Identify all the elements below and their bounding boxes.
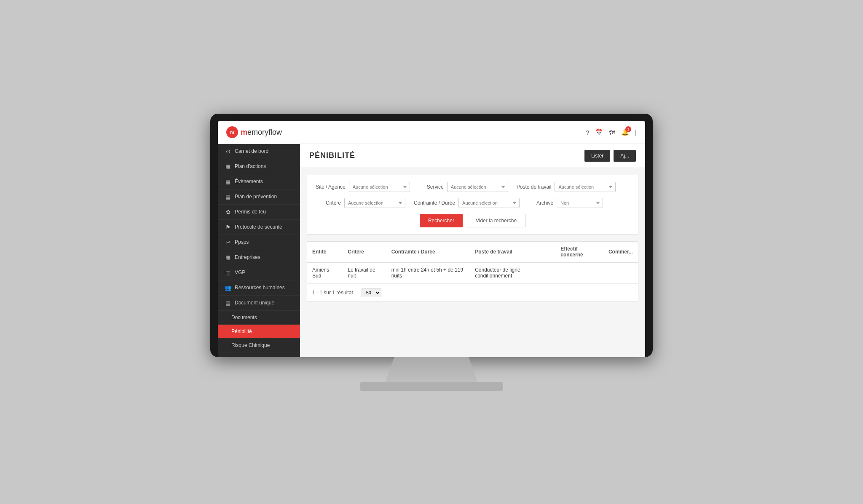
sidebar-item-vgp[interactable]: ◫ VGP <box>218 265 300 280</box>
cell-poste-travail: Conducteur de ligne conditionnement <box>470 262 555 283</box>
monitor-stand <box>385 357 478 382</box>
service-select[interactable]: Aucune sélection <box>447 182 508 192</box>
permis-feu-icon: ✿ <box>225 209 231 215</box>
notification-icon[interactable]: 🔔 1 <box>621 128 629 136</box>
sidebar-sub-item-documents[interactable]: Documents <box>218 311 300 325</box>
ajouter-button[interactable]: Aj... <box>614 150 636 162</box>
cell-critere: Le travail de nuit <box>343 262 386 283</box>
rh-icon: 👥 <box>225 285 231 291</box>
col-critere: Critère <box>343 242 386 262</box>
cell-contrainte-duree: min 1h entre 24h et 5h + de 119 nuits <box>386 262 470 283</box>
result-summary: 1 - 1 sur 1 résultat <box>312 290 353 296</box>
ppsps-icon: ✂ <box>225 239 231 245</box>
map-icon[interactable]: 🗺 <box>609 129 615 136</box>
logo-area: m memoryflow <box>226 126 282 138</box>
contrainte-duree-label: Contrainte / Durée <box>414 200 455 206</box>
sidebar-item-permis-feu[interactable]: ✿ Permis de feu <box>218 205 300 220</box>
filter-section: Site / Agence Aucune sélection Service A… <box>307 175 638 235</box>
critere-select[interactable]: Aucune sélection <box>344 198 405 208</box>
filter-actions: Rechercher Vider la recherche <box>316 214 630 227</box>
cell-entite: Amiens Sud <box>307 262 343 283</box>
page-header: PÉNIBILITÉ Lister Aj... <box>300 144 645 168</box>
main-content: PÉNIBILITÉ Lister Aj... Site / Agence <box>300 144 645 357</box>
service-label: Service <box>418 184 444 190</box>
notif-badge: 1 <box>625 126 631 132</box>
table-header-row: Entité Critère Contrainte / Durée Poste … <box>307 242 638 262</box>
lister-button[interactable]: Lister <box>584 150 610 162</box>
table-row[interactable]: Amiens Sud Le travail de nuit min 1h ent… <box>307 262 638 283</box>
sidebar-item-ressources-humaines[interactable]: 👥 Ressources humaines <box>218 280 300 296</box>
poste-travail-label: Poste de travail <box>517 184 552 190</box>
calendar-icon[interactable]: 📅 <box>595 128 603 136</box>
logo-icon: m <box>226 126 238 138</box>
sidebar-item-ged[interactable]: ▤ GED <box>218 352 300 357</box>
archive-select[interactable]: Non Oui Tous <box>557 198 603 208</box>
page-actions: Lister Aj... <box>584 150 636 162</box>
plan-prevention-icon: ▤ <box>225 194 231 200</box>
separator: | <box>635 129 637 136</box>
filter-group-site: Site / Agence Aucune sélection <box>316 182 410 192</box>
col-contrainte-duree: Contrainte / Durée <box>386 242 470 262</box>
entreprises-icon: ▦ <box>225 254 231 261</box>
sidebar-item-plan-actions[interactable]: ▦ Plan d'actions <box>218 159 300 174</box>
sidebar-item-carnet-de-bord[interactable]: ⊙ Carnet de bord <box>218 144 300 159</box>
rechercher-button[interactable]: Rechercher <box>420 214 463 227</box>
filter-row-2: Critère Aucune sélection Contrainte / Du… <box>316 198 630 208</box>
protocole-icon: ⚑ <box>225 224 231 230</box>
col-entite: Entité <box>307 242 343 262</box>
cell-commentaire <box>603 262 638 283</box>
site-agence-label: Site / Agence <box>316 184 346 190</box>
critere-label: Critère <box>316 200 341 206</box>
app-body: ⊙ Carnet de bord ▦ Plan d'actions ▤ Évèn… <box>218 144 645 357</box>
header-icons: ? 📅 🗺 🔔 1 | <box>586 128 637 136</box>
table-section: Entité Critère Contrainte / Durée Poste … <box>307 241 638 302</box>
col-commentaire: Commer... <box>603 242 638 262</box>
sidebar-item-document-unique[interactable]: ▤ Document unique <box>218 296 300 311</box>
sidebar-item-protocole[interactable]: ⚑ Protocole de sécurité <box>218 220 300 235</box>
ged-icon: ▤ <box>225 357 231 357</box>
filter-group-contrainte: Contrainte / Durée Aucune sélection <box>414 198 520 208</box>
sidebar-item-evenements[interactable]: ▤ Évènements <box>218 174 300 189</box>
sidebar-item-plan-prevention[interactable]: ▤ Plan de prévention <box>218 189 300 205</box>
per-page-select[interactable]: 50 <box>362 288 381 297</box>
archive-label: Archivé <box>528 200 553 206</box>
sidebar-item-ppsps[interactable]: ✂ Ppsps <box>218 235 300 250</box>
evenements-icon: ▤ <box>225 179 231 185</box>
table-footer: 1 - 1 sur 1 résultat 50 <box>307 283 638 301</box>
doc-unique-icon: ▤ <box>225 300 231 306</box>
data-table: Entité Critère Contrainte / Durée Poste … <box>307 242 638 283</box>
cell-effectif <box>555 262 603 283</box>
vgp-icon: ◫ <box>225 269 231 276</box>
contrainte-duree-select[interactable]: Aucune sélection <box>458 198 520 208</box>
filter-row-1: Site / Agence Aucune sélection Service A… <box>316 182 630 192</box>
site-agence-select[interactable]: Aucune sélection <box>349 182 410 192</box>
plan-actions-icon: ▦ <box>225 163 231 170</box>
carnet-icon: ⊙ <box>225 148 231 155</box>
filter-group-poste: Poste de travail Aucune sélection <box>517 182 616 192</box>
sidebar-sub-item-penibilite[interactable]: Pénibilité <box>218 325 300 339</box>
page-title: PÉNIBILITÉ <box>309 151 355 160</box>
sidebar-item-entreprises[interactable]: ▦ Entreprises <box>218 250 300 265</box>
filter-group-archive: Archivé Non Oui Tous <box>528 198 603 208</box>
col-poste-travail: Poste de travail <box>470 242 555 262</box>
app-header: m memoryflow ? 📅 🗺 🔔 1 | <box>218 121 645 144</box>
monitor-base <box>360 382 503 391</box>
logo-text: memoryflow <box>241 128 282 137</box>
col-effectif: Effectif concerné <box>555 242 603 262</box>
help-icon[interactable]: ? <box>586 129 589 136</box>
vider-recherche-button[interactable]: Vider la recherche <box>467 214 525 227</box>
poste-travail-select[interactable]: Aucune sélection <box>555 182 616 192</box>
sidebar-sub-item-risque-chimique[interactable]: Risque Chimique <box>218 339 300 352</box>
filter-group-critere: Critère Aucune sélection <box>316 198 405 208</box>
filter-group-service: Service Aucune sélection <box>418 182 508 192</box>
sidebar: ⊙ Carnet de bord ▦ Plan d'actions ▤ Évèn… <box>218 144 300 357</box>
